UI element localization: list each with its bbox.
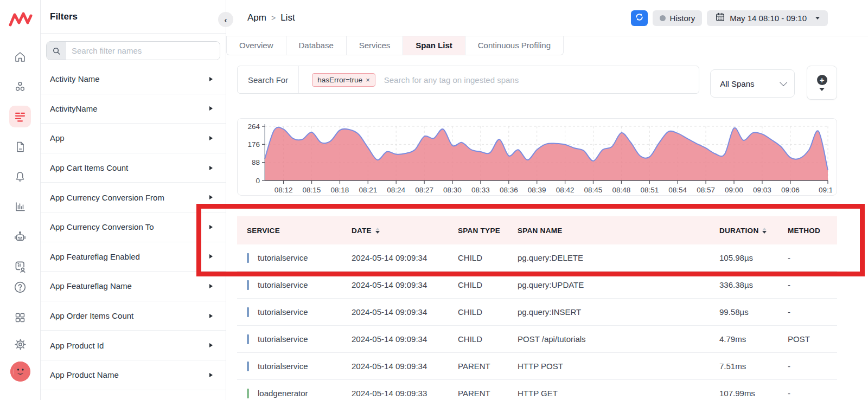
filter-item[interactable]: App xyxy=(41,124,226,153)
column-header-date[interactable]: DATE xyxy=(342,227,448,235)
filter-search-input[interactable] xyxy=(66,42,220,60)
refresh-button[interactable] xyxy=(631,10,648,26)
cell-method: - xyxy=(778,389,837,398)
svg-text:09:03: 09:03 xyxy=(753,186,771,194)
svg-text:08:21: 08:21 xyxy=(359,186,377,194)
table-row[interactable]: tutorialservice2024-05-14 09:09:34CHILDp… xyxy=(237,244,837,272)
apm-traces-icon[interactable] xyxy=(9,106,31,127)
breadcrumb: Apm > List xyxy=(247,12,295,23)
filter-item-label: App xyxy=(50,133,65,143)
date-range-picker[interactable]: May 14 08:10 - 09:10 xyxy=(707,10,828,26)
table-row[interactable]: tutorialservice2024-05-14 09:09:34CHILDp… xyxy=(237,272,837,299)
tab-database[interactable]: Database xyxy=(286,36,347,55)
filter-item[interactable]: App Featureflag Name xyxy=(41,272,226,301)
search-for-label: Search For xyxy=(238,75,298,85)
date-range-label: May 14 08:10 - 09:10 xyxy=(730,14,807,23)
cell-duration: 107.99ms xyxy=(710,389,778,398)
breadcrumb-apm[interactable]: Apm xyxy=(247,12,266,23)
span-type-select[interactable]: All Spans xyxy=(710,69,795,98)
filter-item-label: App Currency Conversion To xyxy=(50,222,154,231)
filter-item[interactable]: App Product Id xyxy=(41,331,226,360)
tab-services[interactable]: Services xyxy=(346,36,404,55)
name-value: POST /api/tutorials xyxy=(518,334,586,344)
table-row[interactable]: tutorialservice2024-05-14 09:09:34PARENT… xyxy=(237,353,837,380)
span-count-chart[interactable]: 08817626408:1208:1508:1808:2108:2408:270… xyxy=(237,118,837,196)
history-button[interactable]: History xyxy=(653,10,703,26)
table-row[interactable]: loadgenerator2024-05-14 09:09:33PARENTHT… xyxy=(237,380,837,400)
name-value: pg.query:INSERT xyxy=(518,307,581,317)
svg-text:08:57: 08:57 xyxy=(697,186,715,194)
table-row[interactable]: tutorialservice2024-05-14 09:09:34CHILDP… xyxy=(237,326,837,353)
filter-item[interactable]: ActivityName xyxy=(41,94,226,124)
history-label: History xyxy=(670,14,695,23)
cell-name: pg.query:INSERT xyxy=(508,307,710,317)
column-label: SPAN TYPE xyxy=(458,227,500,235)
chevron-right-icon xyxy=(209,254,213,259)
cell-duration: 105.98µs xyxy=(710,253,778,262)
service-marker xyxy=(247,307,249,317)
search-row: Search For hasError=true × Search for an… xyxy=(237,66,837,100)
service-value: tutorialservice xyxy=(258,307,308,317)
cell-duration: 336.38µs xyxy=(710,280,778,289)
duration-value: 105.98µs xyxy=(719,253,753,262)
home-icon[interactable] xyxy=(12,49,28,64)
table-header-row: SERVICEDATESPAN TYPESPAN NAMEDURATIONMET… xyxy=(237,216,837,244)
date-value: 2024-05-14 09:09:34 xyxy=(352,307,427,317)
table-row[interactable]: tutorialservice2024-05-14 09:09:34CHILDp… xyxy=(237,299,837,326)
sort-icon[interactable] xyxy=(375,228,380,234)
sort-icon[interactable] xyxy=(762,228,767,234)
filter-item[interactable]: Activity Name xyxy=(41,64,226,94)
logs-icon[interactable] xyxy=(12,139,28,154)
alerts-bell-icon[interactable] xyxy=(12,169,28,184)
apps-grid-icon[interactable] xyxy=(12,310,28,325)
breadcrumb-list[interactable]: List xyxy=(280,12,295,23)
chevron-right-icon xyxy=(209,284,213,288)
user-avatar[interactable] xyxy=(10,362,30,382)
filter-item[interactable]: App Currency Conversion To xyxy=(41,212,226,242)
filters-header: Filters xyxy=(41,0,226,34)
tag-close-icon[interactable]: × xyxy=(366,76,370,84)
filter-item[interactable]: App Order Items Count xyxy=(41,301,226,331)
tab-bar: OverviewDatabaseServicesSpan ListContinu… xyxy=(226,36,868,55)
span-search-bar[interactable]: Search For hasError=true × Search for an… xyxy=(237,66,699,94)
cell-service: tutorialservice xyxy=(237,280,342,290)
middleware-logo-icon[interactable] xyxy=(8,9,34,30)
service-value: tutorialservice xyxy=(258,362,308,371)
ai-bot-icon[interactable] xyxy=(12,229,28,244)
filter-item[interactable]: App Currency Conversion From xyxy=(41,183,226,212)
filter-tag[interactable]: hasError=true × xyxy=(312,73,375,87)
collapse-panel-button[interactable]: ‹ xyxy=(218,12,233,27)
svg-text:08:24: 08:24 xyxy=(387,186,405,194)
date-value: 2024-05-14 09:09:34 xyxy=(352,253,427,262)
column-label: METHOD xyxy=(788,227,820,235)
chevron-right-icon xyxy=(209,314,213,318)
method-value: - xyxy=(788,389,790,398)
help-icon[interactable] xyxy=(12,280,28,295)
filter-item[interactable]: App Cart Items Count xyxy=(41,153,226,183)
svg-text:08:30: 08:30 xyxy=(443,186,462,194)
filter-item[interactable]: App Product Name xyxy=(41,360,226,390)
tab-continuous-profiling[interactable]: Continuous Profiling xyxy=(465,36,564,55)
content: Search For hasError=true × Search for an… xyxy=(226,55,868,400)
column-header-span-name: SPAN NAME xyxy=(508,227,710,235)
session-replay-icon[interactable] xyxy=(12,259,28,274)
cell-date: 2024-05-14 09:09:34 xyxy=(342,307,448,317)
dashboards-chart-icon[interactable] xyxy=(12,199,28,214)
cell-type: PARENT xyxy=(448,389,508,398)
column-header-duration[interactable]: DURATION xyxy=(710,227,778,235)
tab-span-list[interactable]: Span List xyxy=(403,36,465,55)
service-value: tutorialservice xyxy=(258,334,308,344)
infrastructure-icon[interactable] xyxy=(12,79,28,94)
filter-item-label: Activity Name xyxy=(50,74,100,83)
filter-item[interactable]: App Featureflag Enabled xyxy=(41,242,226,272)
settings-gear-icon[interactable] xyxy=(12,337,28,352)
method-value: - xyxy=(788,307,790,317)
column-label: DATE xyxy=(352,227,372,235)
tab-overview[interactable]: Overview xyxy=(226,36,286,55)
chevron-right-icon xyxy=(209,106,213,111)
cell-duration: 7.51ms xyxy=(710,362,778,371)
filter-item-label: App Currency Conversion From xyxy=(50,193,164,202)
add-column-button[interactable]: + xyxy=(807,66,837,100)
chevron-right-icon xyxy=(209,343,213,347)
filters-panel: Filters ‹ Activity NameActivityNameAppAp… xyxy=(41,0,226,400)
